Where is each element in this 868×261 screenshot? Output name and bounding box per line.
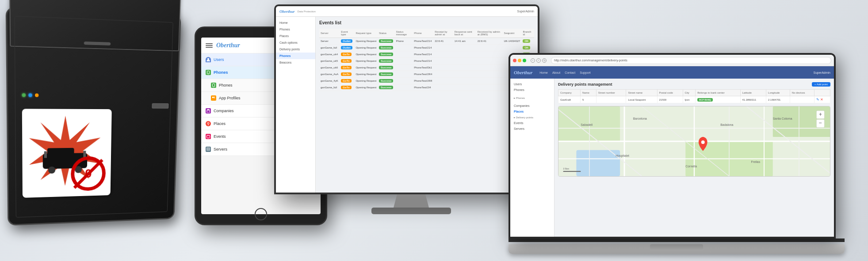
browser-refresh-button[interactable]: ↻ (542, 58, 547, 63)
cell-request: Opening Request (354, 51, 378, 58)
table-row: gsnGame_full GoTo Opening Request Succes… (319, 84, 534, 91)
cell-received: 22:6:41 (476, 38, 503, 45)
sticker-inner: 0 (27, 113, 107, 193)
monitor-events-table: Server Event type Request type Status St… (319, 29, 534, 91)
laptop-nav-about[interactable]: About (552, 71, 560, 74)
col-status: Status (378, 29, 394, 38)
companies-label: Companies (214, 109, 234, 113)
cell-received (476, 51, 503, 58)
svg-text:Freilas: Freilas (751, 160, 760, 163)
hamburger-menu-icon[interactable] (206, 43, 213, 48)
svg-rect-13 (214, 98, 215, 98)
svg-text:−: − (819, 120, 822, 126)
cell-actions: ✎ ✕ (814, 96, 830, 103)
browser-url-bar[interactable]: http://mdm.oberthur.com/management/deliv… (551, 57, 831, 64)
places-icon (206, 121, 211, 126)
browser-close-button[interactable] (513, 59, 516, 62)
col-response: Response sent back at (453, 29, 476, 38)
delete-button[interactable]: ✕ (820, 98, 823, 102)
laptop-nav-home[interactable]: Home (539, 71, 548, 74)
svg-point-16 (207, 122, 209, 124)
cell-phone: PhoneTest/214 (413, 58, 433, 64)
monitor-sidebar-cashoptions[interactable]: Cash options (276, 39, 315, 46)
laptop-sidebar-places-sub: ▸ Delivery points (510, 114, 554, 120)
monitor-sidebar-home[interactable]: Home (276, 19, 315, 26)
monitor-sidebar-phones[interactable]: Phones (276, 26, 315, 33)
browser-nav-buttons: ‹ › ↻ (531, 58, 547, 63)
browser-maximize-button[interactable] (523, 59, 526, 62)
cell-server: Server (319, 38, 340, 45)
users-label: Users (214, 57, 224, 62)
monitor-sidebar-places[interactable]: Places (276, 33, 315, 39)
cell-response (453, 58, 476, 64)
cell-event: Outlet (340, 38, 354, 45)
laptop-sidebar-phones[interactable]: Phones (510, 87, 554, 93)
cell-streetnum (596, 96, 626, 103)
col-requesttype: Request type (354, 29, 378, 38)
monitor-main-content: Events list Server Event type Request ty… (316, 17, 538, 193)
cell-response (453, 45, 476, 51)
svg-text:+: + (819, 111, 822, 117)
laptop-sidebar-users[interactable]: Users (510, 81, 554, 87)
cell-server: gsnGame_AsA (319, 71, 340, 78)
cell-name: 5 (580, 96, 596, 103)
laptop-hinge (509, 238, 845, 242)
col-actions (814, 90, 830, 96)
monitor-sidebar-beacons[interactable]: Beacons (276, 59, 315, 66)
laptop-sidebar-events[interactable]: Events (510, 120, 554, 126)
laptop-nav-contact[interactable]: Contact (565, 71, 575, 74)
col-company: Company (558, 90, 581, 96)
laptop-sidebar-deliverypoints[interactable]: ▸ Delivery points (514, 115, 551, 119)
laptop-sidebar-servers[interactable]: Servers (510, 126, 554, 132)
cell-phone: PhoneTest/2R4 (413, 71, 433, 78)
monitor-screen: Oberthur Data Protection SuperAdmin Home… (276, 6, 538, 193)
col-seqpoint: Seqpoint (502, 29, 521, 38)
svg-rect-2 (47, 148, 74, 157)
col-lat: Latitude (740, 90, 766, 96)
tablet-logo: Oberthur (216, 42, 240, 49)
laptop-sidebar-places[interactable]: Places (510, 109, 554, 114)
events-icon (206, 134, 211, 139)
cell-receipt (433, 78, 453, 84)
laptop-app-logo: Oberthur (514, 70, 532, 75)
hardware-device: 0 (9, 13, 195, 243)
laptop-user: SuperAdmin (813, 71, 830, 74)
laptop-main-content: Delivery points management + Add point C… (554, 79, 834, 237)
cell-seqpoint (502, 45, 521, 51)
tablet-home-button[interactable] (255, 208, 267, 220)
svg-rect-5 (44, 151, 47, 158)
add-delivery-point-button[interactable]: + Add point (812, 82, 830, 87)
laptop-sidebar-phones-item[interactable]: ▸ Phones (514, 95, 551, 100)
laptop-sidebar: Users Phones ▸ Phones Companies Places ▸… (510, 79, 554, 237)
cell-statusmsg (394, 78, 413, 84)
cell-received (476, 84, 503, 91)
laptop-body: Users Phones ▸ Phones Companies Places ▸… (510, 79, 834, 237)
svg-rect-21 (207, 149, 210, 151)
cell-receipt (433, 51, 453, 58)
phones-label: Phones (214, 70, 228, 75)
laptop: ‹ › ↻ http://mdm.oberthur.com/management… (509, 53, 845, 261)
cell-status: Success (378, 84, 394, 91)
cell-city: lyon (683, 96, 696, 103)
cell-response (453, 51, 476, 58)
laptop-app-header: Oberthur Home About Contact Support Supe… (510, 66, 834, 79)
cell-status: Success (378, 64, 394, 71)
cell-lon: 2.1664701 (766, 96, 790, 103)
monitor-user: SuperAdmin (517, 10, 534, 13)
browser-back-button[interactable]: ‹ (531, 58, 535, 63)
cell-statusmsg (394, 64, 413, 71)
monitor-sidebar-phones2[interactable]: Phones (276, 53, 315, 59)
laptop-nav-support[interactable]: Support (580, 71, 591, 74)
svg-point-40 (701, 140, 705, 144)
cell-receipt (433, 64, 453, 71)
svg-text:Santa Coloma: Santa Coloma (773, 117, 792, 120)
laptop-delivery-table: Company Name Street number Street name P… (558, 89, 830, 103)
browser-forward-button[interactable]: › (536, 58, 541, 63)
col-received: Received by admin at (BMS) (476, 29, 503, 38)
laptop-trackpad[interactable] (650, 244, 703, 250)
laptop-sidebar-companies[interactable]: Companies (510, 103, 554, 109)
edit-button[interactable]: ✎ (816, 98, 819, 102)
monitor-sidebar-deliverypoints[interactable]: Delivery points (276, 46, 315, 53)
table-row: gsnGame_uk6 GoTo Opening Request Success… (319, 64, 534, 71)
browser-minimize-button[interactable] (518, 59, 521, 62)
